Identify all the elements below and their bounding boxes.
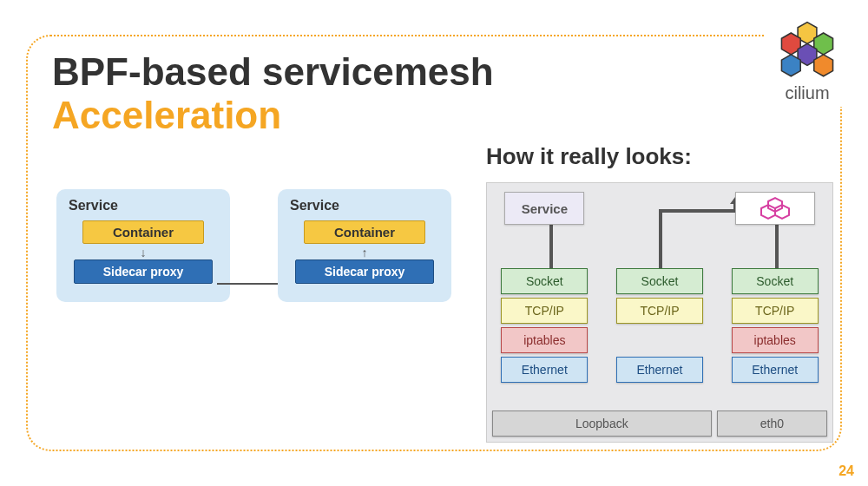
- proxy-cubes-icon: [758, 196, 792, 220]
- tcpip-box: TCP/IP: [616, 298, 703, 324]
- ethernet-box: Ethernet: [501, 357, 588, 383]
- ethernet-box: Ethernet: [616, 357, 703, 383]
- socket-box: Socket: [501, 268, 588, 294]
- arrow-up-icon: ↑: [290, 247, 439, 258]
- right-heading: How it really looks:: [486, 143, 692, 170]
- iptables-box: iptables: [501, 327, 588, 353]
- svg-marker-5: [814, 55, 833, 76]
- eth0-box: eth0: [717, 410, 827, 437]
- brand-logo: cilium: [764, 17, 851, 107]
- page-number: 24: [838, 463, 854, 479]
- arrow-down-icon: ↓: [69, 247, 218, 258]
- svg-marker-4: [781, 55, 800, 76]
- slide: cilium BPF-based servicemesh Acceleratio…: [0, 0, 868, 486]
- socket-box: Socket: [616, 268, 703, 294]
- bottom-row: Loopback eth0: [492, 410, 827, 437]
- service-box-b: Service Container ↑ Sidecar proxy: [278, 189, 451, 302]
- tcpip-box: TCP/IP: [732, 298, 819, 324]
- service-label: Service: [290, 198, 439, 213]
- container-chip: Container: [82, 220, 204, 244]
- sidecar-proxy-chip: Sidecar proxy: [74, 259, 213, 284]
- brand-name: cilium: [764, 83, 851, 103]
- tcpip-box: TCP/IP: [501, 298, 588, 324]
- iptables-box: iptables: [732, 327, 819, 353]
- ethernet-box: Ethernet: [732, 357, 819, 383]
- loopback-box: Loopback: [492, 410, 712, 437]
- sidecar-proxy-chip: Sidecar proxy: [295, 259, 434, 284]
- stack-col-service: Service Socket TCP/IP iptables Ethernet: [487, 183, 602, 442]
- network-stack-panel: Service Socket TCP/IP iptables Ethernet …: [486, 182, 833, 443]
- service-top-box: Service: [504, 192, 584, 225]
- proxy-top-box: [735, 192, 815, 225]
- stack-col-mid: Socket TCP/IP Ethernet: [602, 183, 718, 442]
- slide-subtitle: Acceleration: [52, 94, 281, 137]
- cilium-hexes-icon: [773, 21, 842, 82]
- service-label: Service: [69, 198, 218, 213]
- container-chip: Container: [304, 220, 425, 244]
- slide-title: BPF-based servicemesh: [52, 50, 494, 94]
- service-box-a: Service Container ↓ Sidecar proxy: [56, 189, 230, 302]
- stack-col-proxy: Socket TCP/IP iptables Ethernet: [717, 183, 832, 442]
- socket-box: Socket: [732, 268, 819, 294]
